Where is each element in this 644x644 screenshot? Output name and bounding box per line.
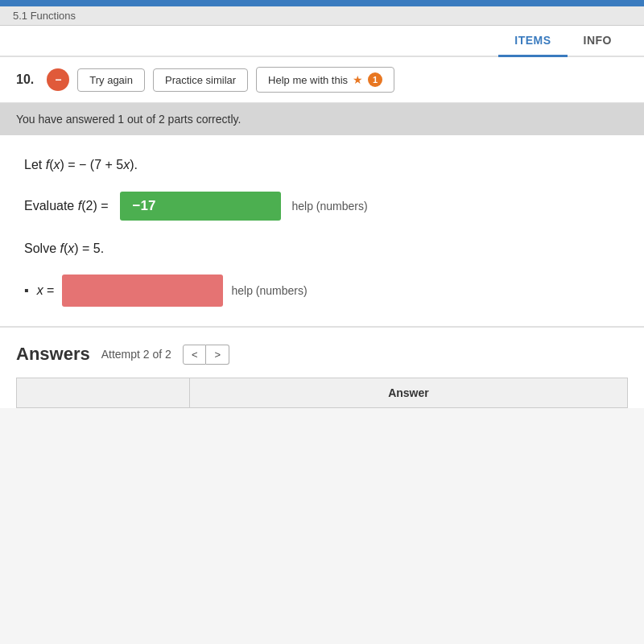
evaluate-row: Evaluate f(2) = help (numbers) [24, 192, 620, 221]
status-icon-label: − [55, 73, 61, 86]
answer-col-blank [17, 378, 190, 408]
solve-help-link[interactable]: help (numbers) [231, 284, 307, 297]
help-me-button[interactable]: Help me with this ★ 1 [256, 67, 394, 93]
practice-similar-button[interactable]: Practice similar [153, 68, 248, 92]
help-me-label: Help me with this [268, 74, 348, 86]
page-header: 5.1 Functions [0, 6, 644, 26]
help-count-badge: 1 [368, 72, 382, 87]
page-title: 5.1 Functions [13, 10, 76, 22]
function-definition: Let f(x) = − (7 + 5x). [24, 155, 620, 175]
answers-section: Answers Attempt 2 of 2 < > Answer [0, 326, 644, 408]
notice-text: You have answered 1 out of 2 parts corre… [16, 113, 241, 126]
answer-col-header: Answer [189, 378, 627, 408]
notice-bar: You have answered 1 out of 2 parts corre… [0, 103, 644, 135]
question-number: 10. [16, 72, 34, 87]
next-button[interactable]: > [206, 345, 229, 365]
answers-header: Answers Attempt 2 of 2 < > [16, 344, 628, 365]
evaluate-prefix: Evaluate f(2) = [24, 196, 109, 217]
solve-x-label: x = [37, 280, 55, 301]
nav-buttons: < > [183, 345, 229, 365]
solve-input[interactable] [62, 275, 223, 307]
top-bar [0, 0, 644, 6]
tab-info[interactable]: INFO [568, 26, 628, 56]
solve-prefix: Solve f(x) = 5. [24, 238, 620, 259]
answers-title: Answers [16, 344, 90, 365]
prev-button[interactable]: < [183, 345, 207, 365]
question-bar: 10. − Try again Practice similar Help me… [0, 57, 644, 103]
try-again-button[interactable]: Try again [77, 68, 145, 92]
evaluate-input[interactable] [120, 192, 281, 221]
attempt-text: Attempt 2 of 2 [101, 348, 171, 361]
evaluate-help-link[interactable]: help (numbers) [292, 200, 368, 213]
tab-bar: ITEMS INFO [0, 26, 644, 57]
status-icon: − [47, 68, 69, 91]
star-icon: ★ [353, 73, 363, 86]
solve-row: ▪ x = help (numbers) [24, 275, 620, 307]
bullet-icon: ▪ [24, 283, 29, 298]
tab-items[interactable]: ITEMS [498, 26, 567, 57]
main-content: You have answered 1 out of 2 parts corre… [0, 103, 644, 326]
problem-area: Let f(x) = − (7 + 5x). Evaluate f(2) = h… [0, 135, 644, 326]
answer-table: Answer [16, 378, 628, 408]
